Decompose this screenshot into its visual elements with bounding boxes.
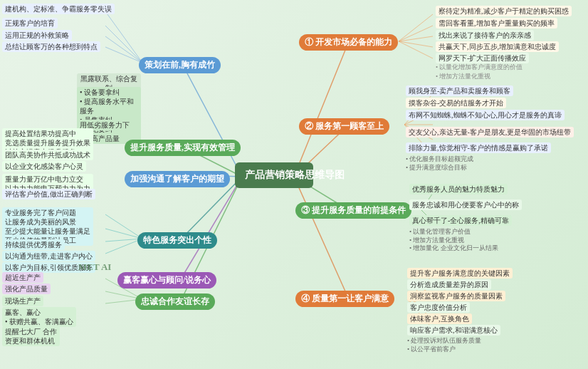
r2-child-2: 摸客杂谷-交易的结服务才开始 — [406, 98, 506, 108]
svg-line-12 — [399, 36, 433, 41]
branch-l2[interactable]: 提升服务质量,实现有效管理 — [125, 140, 241, 156]
r2-child-1: 顾我身至-卖产品和卖服务和顾客 — [406, 85, 513, 96]
r2-child-3: 布网不知蜘蛛,蜘蛛不知心心,用心才是服务的真谛 — [406, 110, 565, 120]
r4-child-4: 客户忠度价值分析 — [407, 302, 470, 313]
r1-sub-1: • 以量化增加客户满意度的价值 • 增加方法量化重视 — [436, 63, 523, 80]
branch-l3-label: 加强沟通了解客户的期望 — [130, 174, 224, 184]
r4-child-1: 提升客户服务满意度的关键因素 — [407, 268, 513, 279]
branch-r1[interactable]: ① 开发市场必备的能力 — [299, 34, 398, 51]
svg-line-33 — [105, 214, 142, 239]
center-label: 产品营销策略思维导图 — [245, 170, 345, 180]
r4-child-3: 洞察监视客户服务的质量因素 — [407, 291, 505, 301]
r2-child-5: 排除力量,惊觉相守-客户的情感是赢购了承诺 — [406, 142, 551, 153]
branch-l5-label: 赢客赢心与顾问/说务心 — [123, 275, 211, 285]
r3-sub-1: • 以量化管理客户价值 • 增加方法量化重视 • 增加量化 企业文化归一从结果 — [409, 228, 498, 253]
branch-l6-label: 忠诚合作友谊长存 — [141, 296, 209, 306]
l4-child-2: 持续提供优秀服务 — [2, 239, 65, 250]
branch-l6[interactable]: 忠诚合作友谊长存 — [135, 293, 215, 310]
svg-line-10 — [399, 14, 433, 41]
svg-line-13 — [399, 41, 433, 47]
l2-child-2: 团队高美协作共抵成功战术 — [2, 150, 93, 160]
branch-l3[interactable]: 加强沟通了解客户的期望 — [125, 171, 230, 187]
r1-child-4: 共赢天下,同步五步,增加满意和忠诚度 — [436, 41, 559, 52]
l1-child-4: 总结让顾客万的各种想到特点 — [2, 41, 100, 52]
branch-l4[interactable]: 特色服务突出个性 — [137, 232, 217, 249]
r4-child-6: 响应客户需求,和谐满意核心 — [407, 325, 500, 336]
l1-child-3: 运用正规的补救策略 — [2, 30, 72, 41]
branch-r4[interactable]: ④ 质量第一让客户满意 — [295, 291, 394, 307]
branch-r3[interactable]: ③ 提升服务质量的前提条件 — [295, 202, 411, 219]
branch-l1[interactable]: 策划在前,胸有成竹 — [139, 57, 221, 73]
r4-sub-1: • 处理投诉对队伍服务质量 • 以公平省前客户 — [407, 337, 481, 353]
svg-line-0 — [294, 41, 349, 177]
l2-child-3: 以企业文化感染客户心灵 — [2, 161, 86, 172]
l6-child-2: 赢客、赢心 • 获赠共赢、客满赢心 — [2, 307, 76, 327]
r4-child-5: 体味客户,互换角色 — [407, 313, 472, 324]
r3-child-2: 服务忠诚和用心便要客户心中的称 — [409, 199, 522, 210]
watermark: MET AI — [78, 261, 111, 273]
svg-line-31 — [105, 36, 142, 63]
branch-r2[interactable]: ② 服务第一顾客至上 — [299, 118, 389, 135]
branch-r1-label: ① 开发市场必备的能力 — [305, 37, 392, 47]
svg-line-34 — [105, 229, 142, 239]
l4-child-3: 以沟通为纽带,走进客户内心 — [2, 251, 95, 261]
l1-child-2: 正规客户的培育 — [2, 18, 58, 28]
svg-line-8 — [182, 177, 242, 278]
r1-child-2: 需回客看重,增加客户重量购买的频率 — [436, 18, 557, 28]
r3-child-1: 优秀服务人员的魅力特质魅力 — [409, 184, 508, 194]
r1-child-1: 察待定为精准,减少客户于精定的购买困惑 — [436, 6, 572, 16]
svg-line-14 — [399, 41, 433, 58]
l6-child-1: 现场生产产 — [2, 296, 43, 306]
svg-line-29 — [105, 11, 142, 63]
branch-l4-label: 特色服务突出个性 — [143, 235, 211, 245]
branch-r3-label: ③ 提升服务质量的前提条件 — [301, 205, 406, 215]
r2-child-4: 交友父心,亲达无量-客户是朋友,更是华固的市场纽带 — [406, 127, 574, 137]
r4-child-2: 分析造成质量差异的原因 — [407, 279, 491, 290]
branch-r2-label: ② 服务第一顾客至上 — [305, 121, 384, 131]
r1-child-3: 找出来说了接待客户的亲亲感 — [436, 30, 534, 41]
l5-child-1: 超近生产产 — [2, 272, 43, 283]
branch-l5[interactable]: 赢客赢心与顾问/说务心 — [117, 272, 216, 289]
r2-sub-1: • 优化服务目标超额完成 • 提升满意度综合目标 — [406, 155, 473, 172]
branch-r4-label: ④ 质量第一让客户满意 — [301, 293, 389, 303]
svg-line-11 — [399, 26, 433, 41]
l6-child-3: 提醒七大厂 合作 资更和群体机机 — [2, 326, 60, 346]
svg-line-30 — [105, 26, 142, 63]
mindmap-container: 产品营销策略思维导图 ① 开发市场必备的能力 察待定为精准,减少客户于精定的购买… — [0, 0, 588, 369]
l1-child-1: 建机构、定标准、争霸服务零失误 — [2, 4, 115, 14]
r3-child-3: 真心帮千了-全心服务,精确可靠 — [409, 215, 512, 226]
l5-child-2: 强化产品质量 — [2, 284, 51, 294]
svg-line-3 — [294, 177, 349, 299]
branch-l2-label: 提升服务质量,实现有效管理 — [130, 142, 235, 152]
center-node: 产品营销策略思维导图 — [235, 162, 313, 188]
branch-l1-label: 策划在前,胸有成竹 — [145, 60, 215, 70]
svg-line-4 — [182, 63, 242, 177]
svg-line-32 — [105, 47, 142, 63]
l3-child-1: 评估客户价值,做出正确判断 — [2, 189, 95, 199]
r1-child-5: 网罗天下-扩大正面传播效应 — [436, 53, 529, 63]
